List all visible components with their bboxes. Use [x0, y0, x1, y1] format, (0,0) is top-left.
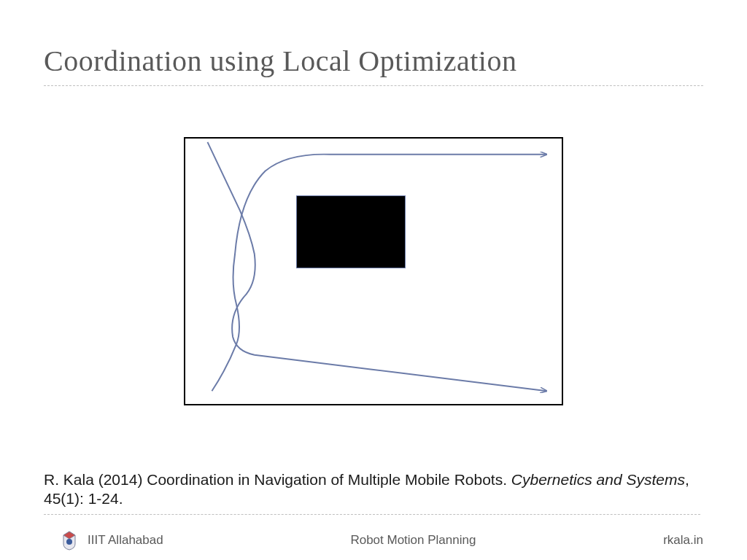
citation: R. Kala (2014) Coordination in Navigatio…	[44, 470, 700, 516]
figure-area	[44, 137, 703, 405]
svg-point-0	[66, 539, 72, 545]
footer: IIIT Allahabad Robot Motion Planning rka…	[0, 529, 747, 551]
footer-left-text: IIIT Allahabad	[88, 533, 163, 548]
trajectory-svg	[185, 139, 562, 404]
footer-right-text: rkala.in	[663, 533, 703, 548]
footer-center-text: Robot Motion Planning	[163, 533, 664, 548]
slide: Coordination using Local Optimization R.…	[0, 0, 747, 560]
footer-left: IIIT Allahabad	[58, 529, 163, 551]
slide-title: Coordination using Local Optimization	[44, 44, 703, 86]
citation-prefix: R. Kala (2014) Coordination in Navigatio…	[44, 471, 511, 488]
institute-logo-icon	[58, 529, 80, 551]
citation-italic: Cybernetics and Systems	[511, 471, 685, 488]
figure-box	[184, 137, 563, 405]
